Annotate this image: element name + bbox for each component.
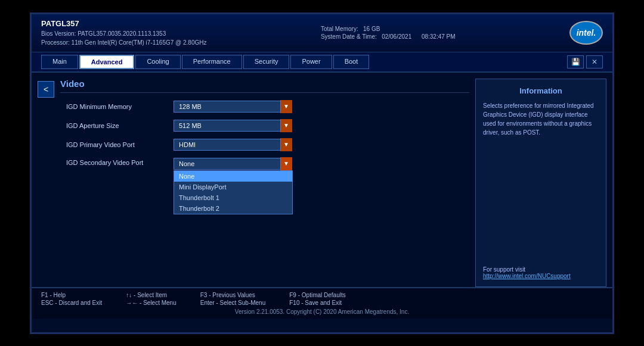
save-icon: 💾 (571, 58, 580, 66)
footer-col-4: F9 - Optimal Defaults F10 - Save and Exi… (289, 292, 345, 306)
nav-tabs: Main Advanced Cooling Performance Securi… (41, 55, 369, 69)
memory-label: Total Memory: (321, 26, 358, 32)
nav-icons: 💾 ✕ (567, 55, 603, 68)
info-link-section: For support visit http://www.intel.com/N… (483, 266, 599, 279)
processor-value: 11th Gen Intel(R) Core(TM) i7-1165G7 @ 2… (72, 39, 207, 46)
footer-version: Version 2.21.0053. Copyright (C) 2020 Am… (41, 308, 603, 317)
bios-label: Bios Version: (41, 30, 76, 37)
igd-primary-value[interactable]: HDMI (174, 139, 281, 151)
igd-aperture-row: IGD Aperture Size 512 MB ▼ (60, 119, 469, 132)
info-text: Selects preference for mirrored Integrat… (483, 101, 599, 137)
tab-performance[interactable]: Performance (182, 55, 242, 69)
footer-shortcuts: F1 - Help ESC - Discard and Exit ↑↓ - Se… (41, 292, 603, 306)
igd-primary-select[interactable]: HDMI ▼ (174, 138, 292, 151)
footer-col-2: ↑↓ - Select Item →← - Select Menu (126, 292, 176, 306)
datetime-row: System Date & Time: 02/06/2021 08:32:47 … (321, 33, 456, 40)
igd-secondary-dropdown: None Mini DisplayPort Thunderbolt 1 Thun… (174, 170, 293, 214)
header-left: PATGL357 Bios Version: PATGL357.0035.202… (41, 19, 206, 47)
footer-esc: ESC - Discard and Exit (41, 300, 102, 306)
dropdown-option-mini-dp[interactable]: Mini DisplayPort (174, 182, 292, 192)
nav-bar: Main Advanced Cooling Performance Securi… (32, 52, 612, 73)
back-button[interactable]: < (38, 81, 54, 98)
igd-min-memory-select[interactable]: 128 MB ▼ (174, 100, 292, 113)
tab-main[interactable]: Main (41, 55, 78, 69)
time-value: 08:32:47 PM (422, 33, 456, 40)
info-support-url[interactable]: http://www.intel.com/NUCsupport (483, 273, 599, 279)
datetime-label: System Date & Time: (321, 33, 377, 40)
footer-f3: F3 - Previous Values (200, 292, 266, 298)
close-icon-button[interactable]: ✕ (586, 55, 603, 68)
igd-secondary-arrow[interactable]: ▼ (280, 157, 292, 170)
tab-power[interactable]: Power (290, 55, 332, 69)
igd-aperture-value[interactable]: 512 MB (174, 120, 281, 132)
bios-version: PATGL357.0035.2020.1113.1353 (78, 30, 166, 37)
tab-advanced[interactable]: Advanced (79, 55, 135, 69)
igd-min-memory-arrow[interactable]: ▼ (280, 100, 292, 113)
panel-title: Video (60, 79, 469, 93)
igd-aperture-arrow[interactable]: ▼ (280, 119, 292, 132)
main-panel: Video IGD Minimum Memory 128 MB ▼ IGD Ap… (60, 79, 469, 287)
igd-aperture-select[interactable]: 512 MB ▼ (174, 119, 292, 132)
date-value: 02/06/2021 (382, 33, 411, 40)
processor-label: Processor: (41, 39, 70, 46)
igd-secondary-value[interactable]: None (174, 158, 281, 170)
monitor-screen: PATGL357 Bios Version: PATGL357.0035.202… (30, 13, 614, 334)
bios-version-info: Bios Version: PATGL357.0035.2020.1113.13… (41, 29, 206, 38)
footer-leftright: →← - Select Menu (126, 300, 176, 306)
memory-value: 16 GB (363, 26, 380, 32)
footer: F1 - Help ESC - Discard and Exit ↑↓ - Se… (32, 287, 612, 319)
footer-col-1: F1 - Help ESC - Discard and Exit (41, 292, 102, 306)
footer-enter: Enter - Select Sub-Menu (200, 300, 266, 306)
content-area: < Video IGD Minimum Memory 128 MB ▼ IGD … (32, 73, 612, 287)
save-icon-button[interactable]: 💾 (567, 55, 584, 68)
intel-logo: intel. (569, 21, 603, 45)
igd-primary-row: IGD Primary Video Port HDMI ▼ (60, 138, 469, 151)
tab-cooling[interactable]: Cooling (135, 55, 180, 69)
igd-secondary-label: IGD Secondary Video Port (66, 159, 174, 166)
close-icon: ✕ (592, 58, 597, 66)
dropdown-option-none[interactable]: None (174, 171, 292, 182)
igd-min-memory-value[interactable]: 128 MB (174, 101, 281, 113)
footer-f1: F1 - Help (41, 292, 102, 298)
dropdown-option-tb1[interactable]: Thunderbolt 1 (174, 192, 292, 203)
info-support-label: For support visit (483, 266, 599, 273)
footer-col-3: F3 - Previous Values Enter - Select Sub-… (200, 292, 266, 306)
igd-primary-label: IGD Primary Video Port (66, 141, 174, 148)
igd-aperture-label: IGD Aperture Size (66, 122, 174, 129)
info-panel: Information Selects preference for mirro… (475, 79, 606, 287)
bios-header: PATGL357 Bios Version: PATGL357.0035.202… (32, 14, 612, 52)
model-title: PATGL357 (41, 19, 206, 28)
igd-secondary-dropdown-container: None ▼ None Mini DisplayPort Thunderbolt… (174, 157, 292, 170)
tab-boot[interactable]: Boot (333, 55, 370, 69)
footer-f10: F10 - Save and Exit (289, 300, 345, 306)
footer-updown: ↑↓ - Select Item (126, 292, 176, 298)
tab-security[interactable]: Security (243, 55, 290, 69)
igd-min-memory-row: IGD Minimum Memory 128 MB ▼ (60, 100, 469, 113)
igd-min-memory-label: IGD Minimum Memory (66, 103, 174, 110)
igd-secondary-select[interactable]: None ▼ (174, 157, 292, 170)
info-title: Information (483, 86, 599, 95)
footer-f9: F9 - Optimal Defaults (289, 292, 345, 298)
igd-primary-arrow[interactable]: ▼ (280, 138, 292, 151)
memory-row: Total Memory: 16 GB (321, 26, 380, 32)
dropdown-option-tb2[interactable]: Thunderbolt 2 (174, 203, 292, 214)
processor-info: Processor: 11th Gen Intel(R) Core(TM) i7… (41, 38, 206, 47)
igd-secondary-row: IGD Secondary Video Port None ▼ None Min… (60, 157, 469, 170)
header-center: Total Memory: 16 GB System Date & Time: … (321, 26, 456, 40)
